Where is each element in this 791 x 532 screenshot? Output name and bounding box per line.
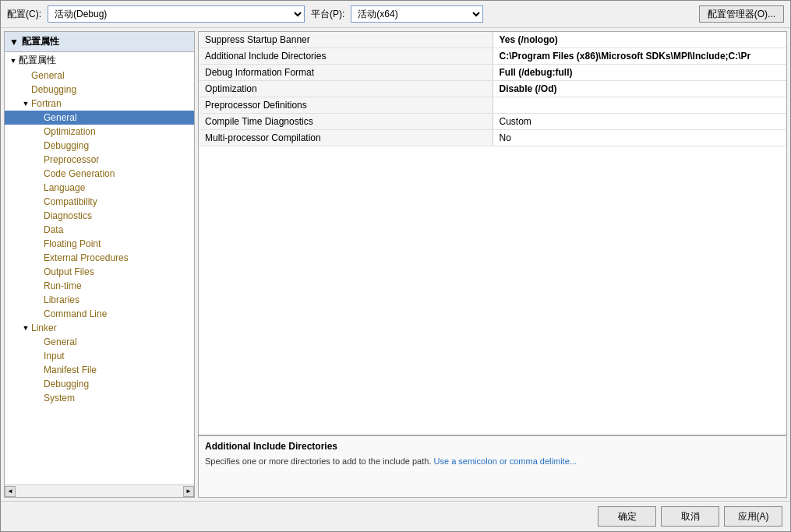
props-row-2[interactable]: Debug Information FormatFull (/debug:ful…: [199, 65, 786, 81]
config-manager-button[interactable]: 配置管理器(O)...: [699, 5, 784, 23]
props-row-3[interactable]: OptimizationDisable (/Od): [199, 81, 786, 97]
tree-item-linker[interactable]: ▼Linker: [5, 321, 194, 335]
main-content: ▼ 配置属性 ▼配置属性GeneralDebugging▼FortranGene…: [1, 28, 790, 501]
scroll-track[interactable]: [16, 486, 183, 497]
props-row-4[interactable]: Preprocessor Definitions: [199, 97, 786, 114]
toolbar: 配置(C): 活动(Debug) 平台(P): 活动(x64) 配置管理器(O)…: [1, 1, 790, 28]
tree-item-libraries[interactable]: Libraries: [5, 293, 194, 307]
tree-item-label-system: System: [44, 393, 75, 403]
tree-item-label-linker: Linker: [31, 322, 57, 333]
scroll-left-btn[interactable]: ◄: [5, 486, 16, 497]
tree-item-system[interactable]: System: [5, 391, 194, 405]
tree-item-command-line[interactable]: Command Line: [5, 307, 194, 321]
props-row-5[interactable]: Compile Time DiagnosticsCustom: [199, 114, 786, 130]
tree-horizontal-scrollbar[interactable]: ◄ ►: [5, 484, 194, 497]
tree-item-external-procedures[interactable]: External Procedures: [5, 251, 194, 265]
tree-item-input[interactable]: Input: [5, 349, 194, 363]
tree-item-code-generation[interactable]: Code Generation: [5, 167, 194, 181]
triangle-icon: ▼: [9, 37, 19, 48]
cancel-button[interactable]: 取消: [661, 506, 719, 527]
tree-item-diagnostics[interactable]: Diagnostics: [5, 209, 194, 223]
tree-item-label-output-files: Output Files: [44, 266, 94, 277]
tree-item-label-diagnostics: Diagnostics: [44, 210, 92, 221]
tree-item-preprocessor[interactable]: Preprocessor: [5, 153, 194, 167]
properties-table: Suppress Startup BannerYes (/nologo)Addi…: [199, 32, 786, 435]
properties-panel: Suppress Startup BannerYes (/nologo)Addi…: [198, 31, 787, 498]
tree-item-label-config-properties: 配置属性: [19, 54, 56, 67]
tree-item-label-fortran: Fortran: [31, 98, 62, 109]
tree-item-output-files[interactable]: Output Files: [5, 265, 194, 279]
props-name-1: Additional Include Directories: [199, 48, 493, 65]
props-value-1: C:\Program Files (x86)\Microsoft SDKs\MP…: [493, 48, 786, 65]
props-value-4: [493, 97, 786, 114]
tree-item-manifest-file[interactable]: Manifest File: [5, 363, 194, 377]
tree-item-label-libraries: Libraries: [44, 294, 79, 305]
tree-item-label-code-generation: Code Generation: [44, 168, 115, 179]
props-name-5: Compile Time Diagnostics: [199, 114, 493, 130]
props-name-3: Optimization: [199, 81, 493, 97]
tree-item-label-debugging-top: Debugging: [31, 84, 76, 95]
tree-item-general[interactable]: General: [5, 69, 194, 83]
props-value-2: Full (/debug:full): [493, 65, 786, 81]
desc-text: Specifies one or more directories to add…: [205, 455, 780, 468]
props-row-1[interactable]: Additional Include DirectoriesC:\Program…: [199, 48, 786, 65]
tree-item-label-run-time: Run-time: [44, 280, 82, 291]
props-value-3: Disable (/Od): [493, 81, 786, 97]
bottom-bar: 确定 取消 应用(A): [1, 501, 790, 531]
tree-item-label-debugging: Debugging: [44, 140, 89, 151]
tree-item-label-input: Input: [44, 351, 65, 361]
platform-label: 平台(P):: [311, 8, 344, 21]
tree-item-linker-debugging[interactable]: Debugging: [5, 377, 194, 391]
tree-item-fortran-general[interactable]: General: [5, 111, 194, 125]
tree-item-fortran[interactable]: ▼Fortran: [5, 97, 194, 111]
tree-item-label-fortran-general: General: [44, 112, 77, 123]
tree-item-label-general: General: [31, 70, 65, 81]
apply-button[interactable]: 应用(A): [724, 506, 782, 527]
tree-item-linker-general[interactable]: General: [5, 335, 194, 349]
tree-item-debugging-top[interactable]: Debugging: [5, 83, 194, 97]
tree-item-label-linker-general: General: [44, 336, 77, 347]
tree-scroll[interactable]: ▼配置属性GeneralDebugging▼FortranGeneralOpti…: [5, 52, 194, 484]
ok-button[interactable]: 确定: [598, 506, 656, 527]
tree-item-label-command-line: Command Line: [44, 308, 107, 319]
tree-item-language[interactable]: Language: [5, 181, 194, 195]
tree-item-label-floating-point: Floating Point: [44, 238, 101, 249]
tree-item-debugging[interactable]: Debugging: [5, 139, 194, 153]
tree-container: ▼配置属性GeneralDebugging▼FortranGeneralOpti…: [5, 52, 194, 405]
tree-item-data[interactable]: Data: [5, 223, 194, 237]
props-name-4: Preprocessor Definitions: [199, 97, 493, 114]
props-value-5: Custom: [493, 114, 786, 130]
tree-item-label-optimization: Optimization: [44, 126, 96, 137]
tree-item-label-external-procedures: External Procedures: [44, 252, 129, 263]
props-name-2: Debug Information Format: [199, 65, 493, 81]
tree-item-compatibility[interactable]: Compatibility: [5, 195, 194, 209]
props-value-6: No: [493, 130, 786, 146]
tree-item-label-linker-debugging: Debugging: [44, 379, 89, 389]
tree-expander-linker[interactable]: ▼: [20, 322, 31, 333]
props-row-0[interactable]: Suppress Startup BannerYes (/nologo): [199, 32, 786, 48]
tree-expander-config-properties[interactable]: ▼: [8, 55, 19, 66]
props-name-6: Multi-processor Compilation: [199, 130, 493, 146]
props-value-0: Yes (/nologo): [493, 32, 786, 48]
platform-select[interactable]: 活动(x64): [351, 5, 483, 23]
tree-item-label-data: Data: [44, 224, 63, 235]
tree-item-config-properties[interactable]: ▼配置属性: [5, 52, 194, 69]
tree-item-optimization[interactable]: Optimization: [5, 125, 194, 139]
tree-item-floating-point[interactable]: Floating Point: [5, 237, 194, 251]
tree-item-label-manifest-file: Manifest File: [44, 365, 97, 375]
tree-item-label-language: Language: [44, 182, 85, 193]
props-name-0: Suppress Startup Banner: [199, 32, 493, 48]
tree-item-run-time[interactable]: Run-time: [5, 279, 194, 293]
desc-link: Use a semicolon or comma delimite...: [434, 456, 577, 466]
tree-expander-fortran[interactable]: ▼: [20, 98, 31, 109]
properties-description: Additional Include Directories Specifies…: [199, 435, 786, 497]
tree-item-label-preprocessor: Preprocessor: [44, 154, 99, 165]
config-label: 配置(C):: [7, 8, 41, 21]
config-select[interactable]: 活动(Debug): [48, 5, 305, 23]
props-grid: Suppress Startup BannerYes (/nologo)Addi…: [199, 32, 786, 146]
desc-title: Additional Include Directories: [205, 441, 780, 452]
tree-panel: ▼ 配置属性 ▼配置属性GeneralDebugging▼FortranGene…: [4, 31, 195, 498]
props-row-6[interactable]: Multi-processor CompilationNo: [199, 130, 786, 146]
scroll-right-btn[interactable]: ►: [183, 486, 194, 497]
tree-panel-title: ▼ 配置属性: [5, 32, 194, 52]
